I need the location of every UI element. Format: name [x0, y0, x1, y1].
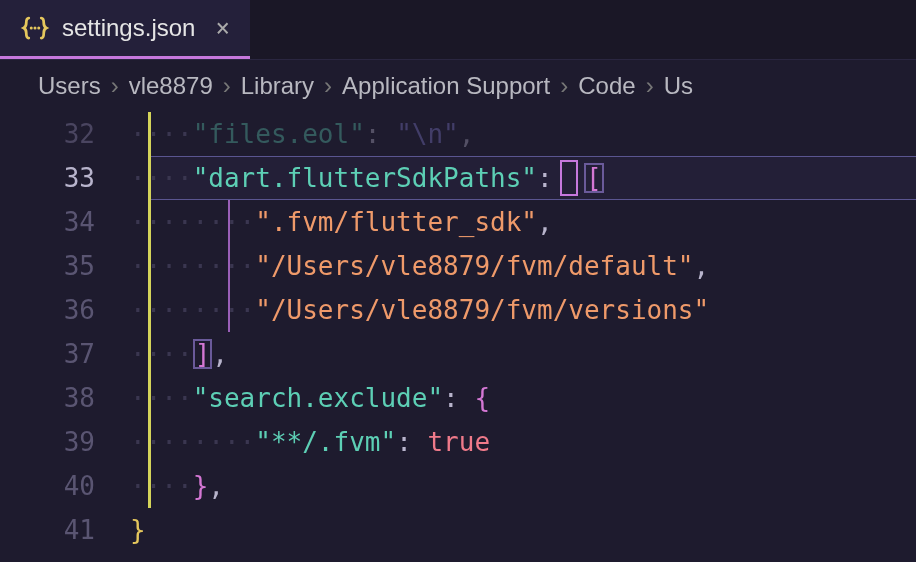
tab-settings-json[interactable]: settings.json × — [0, 0, 250, 59]
code-content: ····}, — [130, 464, 224, 508]
line-number: 35 — [0, 244, 130, 288]
svg-point-2 — [37, 27, 40, 30]
code-content: ········"/Users/vle8879/fvm/default", — [130, 244, 709, 288]
line-number: 40 — [0, 464, 130, 508]
code-editor[interactable]: 32 ····"files.eol": "\n", 33 ····"dart.f… — [0, 112, 916, 552]
breadcrumb-item[interactable]: Us — [664, 72, 693, 100]
code-line[interactable]: 34 ········".fvm/flutter_sdk", — [0, 200, 916, 244]
code-line[interactable]: 39 ········"**/.fvm": true — [0, 420, 916, 464]
code-content: ····"search.exclude": { — [130, 376, 490, 420]
line-number: 37 — [0, 332, 130, 376]
code-content: ········"/Users/vle8879/fvm/versions" — [130, 288, 709, 332]
chevron-right-icon: › — [646, 72, 654, 100]
code-line[interactable]: 36 ········"/Users/vle8879/fvm/versions" — [0, 288, 916, 332]
code-content: ········"**/.fvm": true — [130, 420, 490, 464]
line-number: 38 — [0, 376, 130, 420]
code-line[interactable]: 35 ········"/Users/vle8879/fvm/default", — [0, 244, 916, 288]
tab-label: settings.json — [62, 14, 195, 42]
line-number: 36 — [0, 288, 130, 332]
svg-point-0 — [30, 27, 33, 30]
code-content: ····"dart.flutterSdkPaths": [ — [130, 156, 604, 200]
close-icon[interactable]: × — [215, 14, 229, 42]
code-line[interactable]: 37 ····], — [0, 332, 916, 376]
breadcrumb-item[interactable]: vle8879 — [129, 72, 213, 100]
json-file-icon — [20, 13, 50, 43]
code-line[interactable]: 38 ····"search.exclude": { — [0, 376, 916, 420]
code-line[interactable]: 41 } — [0, 508, 916, 552]
chevron-right-icon: › — [223, 72, 231, 100]
breadcrumb[interactable]: Users › vle8879 › Library › Application … — [0, 60, 916, 112]
chevron-right-icon: › — [324, 72, 332, 100]
breadcrumb-item[interactable]: Code — [578, 72, 635, 100]
breadcrumb-item[interactable]: Users — [38, 72, 101, 100]
code-content: } — [130, 508, 146, 552]
code-content: ········".fvm/flutter_sdk", — [130, 200, 553, 244]
code-line[interactable]: 40 ····}, — [0, 464, 916, 508]
chevron-right-icon: › — [560, 72, 568, 100]
chevron-right-icon: › — [111, 72, 119, 100]
line-number: 32 — [0, 112, 130, 156]
breadcrumb-item[interactable]: Library — [241, 72, 314, 100]
tab-bar: settings.json × — [0, 0, 916, 60]
line-number: 39 — [0, 420, 130, 464]
code-content: ····"files.eol": "\n", — [130, 112, 474, 156]
code-line[interactable]: 33 ····"dart.flutterSdkPaths": [ — [0, 156, 916, 200]
line-number: 34 — [0, 200, 130, 244]
svg-point-1 — [34, 27, 37, 30]
code-line[interactable]: 32 ····"files.eol": "\n", — [0, 112, 916, 156]
line-number: 41 — [0, 508, 130, 552]
line-number: 33 — [0, 156, 130, 200]
code-content: ····], — [130, 332, 228, 376]
breadcrumb-item[interactable]: Application Support — [342, 72, 550, 100]
